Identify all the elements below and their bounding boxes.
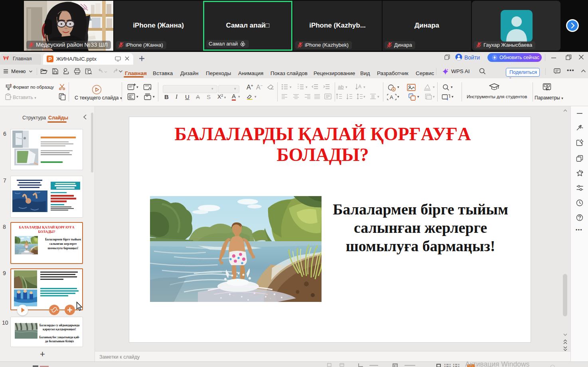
svg-text:Баланың бос уақытында қай-: Баланың бос уақытында қай-: [39, 335, 80, 339]
svg-text:БАЛАЛАРДЫ ҚАЛАЙ ҚОРҒАУҒА: БАЛАЛАРДЫ ҚАЛАЙ ҚОРҒАУҒА: [19, 225, 75, 229]
svg-text:Балаларды су айдындарында: Балаларды су айдындарында: [39, 323, 80, 327]
svg-text:A: A: [390, 94, 393, 100]
svg-text:қараусыз қалдырмаңыз!: қараусыз қалдырмаңыз!: [43, 327, 76, 331]
svg-text:БОЛАДЫ?: БОЛАДЫ?: [38, 230, 55, 234]
svg-text:A: A: [358, 84, 361, 89]
svg-text:Балалармен бірге тыйым: Балалармен бірге тыйым: [45, 238, 81, 241]
svg-text:салынған жерлерге: салынған жерлерге: [49, 242, 77, 246]
svg-text:шомылуға бармаңыз!: шомылуға бармаңыз!: [48, 246, 79, 250]
svg-text:да болатынын біліңіз: да болатынын біліңіз: [45, 339, 74, 343]
